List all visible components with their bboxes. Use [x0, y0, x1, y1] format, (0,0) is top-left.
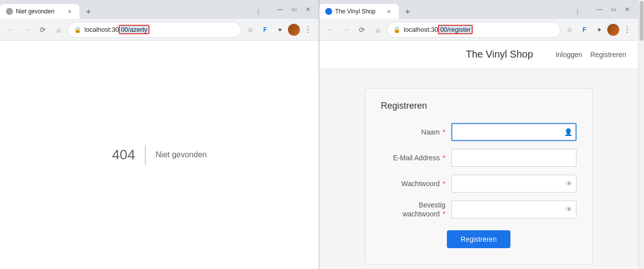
address-bar-right[interactable]: 🔒 localhost:3000/register — [387, 22, 561, 38]
right-browser-tab[interactable]: The Vinyl Shop ✕ — [319, 4, 399, 19]
url-text-right: localhost:3000/register — [404, 26, 554, 33]
required-star-confirm: * — [443, 210, 445, 218]
toolbar-icons-left: ☆ F ✦ ⋮ — [243, 23, 315, 37]
input-wrapper-email — [451, 149, 576, 167]
form-group-naam: Naam * 👤 — [381, 123, 576, 141]
back-button-right[interactable]: ← — [323, 23, 337, 37]
toolbar-icons-right: ☆ F ✦ ⋮ — [563, 23, 634, 37]
page-404: 404 Niet gevonden — [0, 41, 319, 269]
label-naam: Naam * — [381, 128, 445, 136]
chrome-menu-btn-right[interactable]: ⋮ — [620, 23, 634, 37]
site-header: The Vinyl Shop Inloggen Registreren — [319, 41, 638, 68]
register-btn-container: Registreren — [381, 230, 576, 248]
extensions-left[interactable]: ✦ — [273, 23, 287, 37]
reading-list-left[interactable]: F — [258, 23, 272, 37]
minimize-button-right[interactable]: — — [594, 4, 604, 14]
window-controls-left: — ▭ ✕ — [269, 0, 319, 19]
required-star-email: * — [443, 154, 445, 162]
lock-icon-right: 🔒 — [393, 26, 401, 33]
label-email: E-Mail Address * — [381, 154, 445, 162]
address-bar-row-left: ← → ⟳ ⌂ 🔒 localhost:3000/azerty ☆ F ✦ ⋮ — [0, 19, 319, 41]
extensions-right[interactable]: ✦ — [592, 23, 606, 37]
bookmark-star-right[interactable]: ☆ — [563, 23, 576, 37]
tab-title-left: Niet gevonden — [16, 8, 63, 15]
close-button-right[interactable]: ✕ — [622, 4, 632, 14]
input-naam[interactable] — [451, 123, 576, 141]
home-button-left[interactable]: ⌂ — [52, 23, 66, 37]
page-content-right: The Vinyl Shop Inloggen Registreren Regi… — [319, 41, 638, 269]
register-link[interactable]: Registreren — [590, 51, 626, 59]
tab-close-left[interactable]: ✕ — [66, 7, 73, 15]
close-button-left[interactable]: ✕ — [303, 4, 313, 14]
new-tab-button-left[interactable]: + — [81, 5, 95, 19]
register-submit-button[interactable]: Registreren — [447, 230, 510, 248]
url-highlight-left: 00/azerty — [119, 25, 149, 34]
tab-favicon-left — [6, 8, 13, 15]
url-highlight-right: 00/register — [438, 25, 472, 34]
input-email[interactable] — [451, 149, 576, 167]
required-star-naam: * — [443, 128, 445, 136]
form-group-confirm: Bevestigwachtwoord * 👁 — [381, 201, 576, 218]
url-text-left: localhost:3000/azerty — [84, 26, 235, 33]
bookmark-star-left[interactable]: ☆ — [243, 23, 257, 37]
scrollbar[interactable] — [638, 0, 644, 269]
site-title: The Vinyl Shop — [443, 49, 556, 60]
header-links: Inloggen Registreren — [556, 51, 626, 59]
page-content-left: 404 Niet gevonden — [0, 41, 319, 269]
register-container: Registreren Naam * 👤 — [319, 68, 638, 269]
home-button-right[interactable]: ⌂ — [371, 23, 385, 37]
reload-button-left[interactable]: ⟳ — [36, 23, 50, 37]
label-confirm: Bevestigwachtwoord * — [381, 201, 445, 218]
back-button-left[interactable]: ← — [4, 23, 18, 37]
new-tab-button-right[interactable]: + — [401, 5, 415, 19]
label-password: Wachtwoord * — [381, 180, 445, 188]
input-wrapper-confirm: 👁 — [451, 201, 576, 218]
error-404-block: 404 Niet gevonden — [112, 145, 207, 165]
left-browser-tab[interactable]: Niet gevonden ✕ — [0, 4, 79, 19]
card-title: Registreren — [381, 101, 576, 111]
register-card: Registreren Naam * 👤 — [364, 88, 593, 265]
reading-list-right[interactable]: F — [577, 23, 591, 37]
input-password[interactable] — [451, 175, 576, 193]
maximize-button-left[interactable]: ▭ — [289, 4, 299, 14]
reload-button-right[interactable]: ⟳ — [355, 23, 369, 37]
profile-avatar-left[interactable] — [288, 24, 300, 36]
login-link[interactable]: Inloggen — [556, 51, 582, 59]
address-bar-row-right: ← → ⟳ ⌂ 🔒 localhost:3000/register ☆ F ✦ … — [319, 19, 638, 41]
error-code: 404 — [112, 147, 136, 163]
forward-button-left[interactable]: → — [20, 23, 34, 37]
chrome-menu-btn-left[interactable]: ⋮ — [301, 23, 315, 37]
chrome-menu-left[interactable]: ⋮ — [251, 5, 265, 19]
scrollbar-thumb[interactable] — [640, 1, 644, 41]
tab-close-right[interactable]: ✕ — [385, 7, 393, 15]
required-star-password: * — [443, 180, 445, 188]
lock-icon-left: 🔒 — [74, 26, 81, 33]
forward-button-right[interactable]: → — [339, 23, 353, 37]
profile-avatar-right[interactable] — [607, 24, 619, 36]
tab-favicon-right — [325, 8, 332, 15]
tab-title-right: The Vinyl Shop — [335, 8, 382, 15]
minimize-button-left[interactable]: — — [275, 4, 285, 14]
input-confirm-password[interactable] — [451, 201, 576, 218]
chrome-menu-right-tab[interactable]: ⋮ — [571, 5, 584, 19]
url-prefix-right: localhost:30 — [404, 26, 438, 33]
url-prefix-left: localhost:30 — [84, 26, 119, 33]
error-divider — [145, 145, 145, 165]
form-group-password: Wachtwoord * 👁 — [381, 175, 576, 193]
form-group-email: E-Mail Address * — [381, 149, 576, 167]
input-wrapper-password: 👁 — [451, 175, 576, 193]
window-controls-right: — ▭ ✕ — [588, 0, 638, 19]
input-wrapper-naam: 👤 — [451, 123, 576, 141]
address-bar-left[interactable]: 🔒 localhost:3000/azerty — [68, 22, 241, 38]
error-message: Niet gevonden — [155, 150, 207, 159]
maximize-button-right[interactable]: ▭ — [608, 4, 618, 14]
